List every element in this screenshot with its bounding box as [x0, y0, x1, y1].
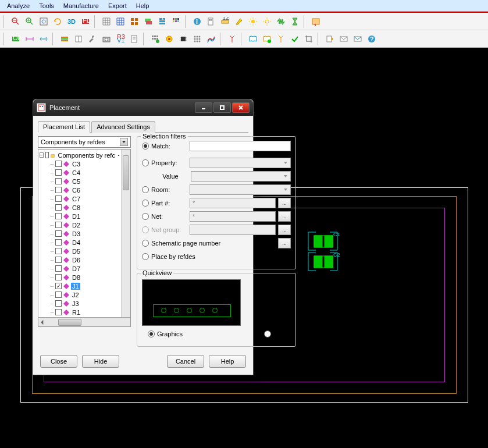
- sun2-icon[interactable]: [261, 15, 273, 28]
- 3d-icon[interactable]: 3D: [65, 15, 78, 28]
- value-select[interactable]: [191, 171, 291, 182]
- tree-checkbox[interactable]: [55, 257, 62, 263]
- tree-checkbox[interactable]: [55, 274, 62, 280]
- menu-manufacture[interactable]: Manufacture: [59, 1, 104, 10]
- close-button[interactable]: Close: [40, 355, 77, 368]
- script-icon[interactable]: [309, 15, 322, 28]
- book1-icon[interactable]: [247, 33, 259, 45]
- help-button[interactable]: Help: [209, 355, 246, 368]
- layers-icon[interactable]: [142, 15, 155, 28]
- tree-checkbox[interactable]: [55, 222, 62, 228]
- tree-item[interactable]: ····D4: [40, 238, 120, 247]
- radio-text[interactable]: [264, 330, 271, 337]
- radio-room[interactable]: [142, 186, 149, 193]
- menu-tools[interactable]: Tools: [34, 1, 59, 10]
- refresh-icon[interactable]: [51, 15, 64, 28]
- hide-button[interactable]: Hide: [82, 355, 119, 368]
- tree-scrollbar-vertical[interactable]: [121, 150, 130, 317]
- book-icon[interactable]: [72, 33, 85, 45]
- xsection-icon[interactable]: [58, 33, 71, 45]
- odb-icon[interactable]: ODB: [9, 33, 22, 45]
- wrench-icon[interactable]: [86, 33, 99, 45]
- tree-item[interactable]: ····D8: [40, 273, 120, 282]
- part-input[interactable]: [190, 198, 276, 208]
- target-icon[interactable]: [163, 33, 176, 45]
- book2-icon[interactable]: [261, 33, 273, 45]
- flip-icon[interactable]: FLIP: [79, 15, 92, 28]
- tree-checkbox[interactable]: [55, 204, 62, 211]
- tree-item[interactable]: ····C8: [40, 203, 120, 212]
- cancel-button[interactable]: Cancel: [167, 355, 204, 368]
- hourglass-icon[interactable]: [288, 15, 301, 28]
- net-input[interactable]: [190, 211, 276, 222]
- component-tree[interactable]: − Components by refc ····C3····C4····C5·…: [38, 149, 131, 318]
- zoom-out-icon[interactable]: [9, 15, 22, 28]
- netgroup-browse-button[interactable]: ...: [278, 225, 291, 235]
- grid3-icon[interactable]: [128, 15, 141, 28]
- highlight-icon[interactable]: [233, 15, 245, 28]
- tree-checkbox[interactable]: [55, 309, 62, 315]
- mail2-icon[interactable]: [351, 33, 364, 45]
- menu-help[interactable]: Help: [131, 1, 154, 10]
- radio-net[interactable]: [142, 213, 149, 220]
- tree-item[interactable]: ····R1: [40, 308, 120, 317]
- tree-checkbox[interactable]: [55, 291, 62, 298]
- export-icon[interactable]: [323, 33, 336, 45]
- minimize-button[interactable]: [195, 102, 212, 113]
- property-select[interactable]: [190, 158, 291, 168]
- tree-root[interactable]: − Components by refc: [40, 151, 120, 159]
- dialog-titlebar[interactable]: Placement: [33, 99, 253, 116]
- maximize-button[interactable]: [213, 102, 231, 113]
- check-icon[interactable]: [288, 33, 301, 45]
- match-input[interactable]: [190, 141, 291, 151]
- wave-icon[interactable]: [275, 15, 287, 28]
- tree-item[interactable]: ····D7: [40, 264, 120, 273]
- grid2-icon[interactable]: [114, 15, 127, 28]
- tree-item[interactable]: ····D1: [40, 212, 120, 221]
- zoom-fit-icon[interactable]: [37, 15, 50, 28]
- info-icon[interactable]: i: [191, 15, 204, 28]
- net-browse-button[interactable]: ...: [278, 211, 291, 222]
- tree-checkbox[interactable]: [55, 230, 62, 237]
- dim-h-icon[interactable]: [23, 33, 36, 45]
- antenna2-icon[interactable]: [275, 33, 287, 45]
- tree-item[interactable]: ····J2: [40, 290, 120, 299]
- dim-v-icon[interactable]: [37, 33, 50, 45]
- zoom-in-icon[interactable]: [23, 15, 36, 28]
- report-icon[interactable]: [205, 15, 218, 28]
- tree-checkbox[interactable]: [55, 239, 62, 246]
- radio-schematic[interactable]: [142, 240, 149, 247]
- crop-icon[interactable]: [302, 33, 315, 45]
- tree-item[interactable]: ····J3: [40, 299, 120, 308]
- room-select[interactable]: [190, 184, 291, 195]
- mail-icon[interactable]: [337, 33, 350, 45]
- palette-icon[interactable]: [170, 15, 183, 28]
- tree-checkbox[interactable]: [55, 178, 62, 184]
- radio-property[interactable]: [142, 159, 149, 166]
- stack-icon[interactable]: CH: [156, 15, 169, 28]
- tree-item[interactable]: ····D3: [40, 229, 120, 238]
- component-c2[interactable]: C2: [305, 251, 340, 272]
- tab-advanced-settings[interactable]: Advanced Settings: [91, 121, 155, 133]
- tab-placement-list[interactable]: Placement List: [38, 121, 90, 133]
- component-c1[interactable]: C1: [305, 231, 340, 251]
- schematic-browse-button[interactable]: ...: [278, 238, 291, 248]
- ruler-icon[interactable]: 123: [219, 15, 231, 28]
- camera-icon[interactable]: [100, 33, 113, 45]
- tree-checkbox[interactable]: [55, 169, 62, 176]
- matrix-icon[interactable]: [191, 33, 204, 45]
- antenna-icon[interactable]: [226, 33, 238, 45]
- tree-checkbox[interactable]: [55, 283, 62, 289]
- tree-item[interactable]: ····D2: [40, 221, 120, 229]
- tree-item[interactable]: ····J1: [40, 282, 120, 290]
- diffpair-icon[interactable]: [205, 33, 218, 45]
- tree-scrollbar-horizontal[interactable]: [38, 318, 131, 327]
- tree-checkbox[interactable]: [55, 248, 62, 254]
- radio-netgroup[interactable]: [142, 226, 149, 233]
- tree-checkbox[interactable]: [55, 265, 62, 272]
- chip-icon[interactable]: [177, 33, 190, 45]
- close-window-button[interactable]: [232, 102, 250, 113]
- tree-checkbox[interactable]: [55, 195, 62, 202]
- radio-graphics[interactable]: [148, 330, 155, 337]
- tree-item[interactable]: ····C7: [40, 194, 120, 203]
